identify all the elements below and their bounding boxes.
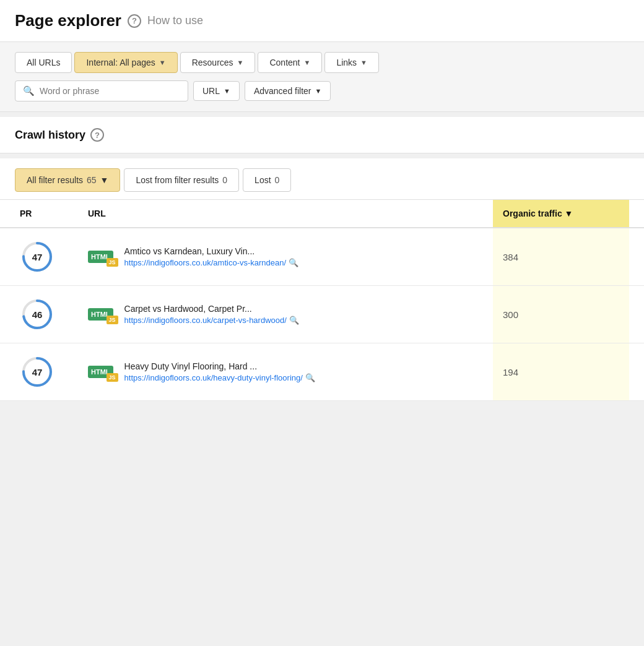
url-content: Heavy Duty Vinyl Flooring, Hard ... http…	[124, 361, 315, 382]
pr-cell: 47	[15, 343, 83, 400]
url-link[interactable]: https://indigofloors.co.uk/heavy-duty-vi…	[124, 373, 315, 382]
url-cell: HTML JS Carpet vs Hardwood, Carpet Pr...…	[83, 293, 493, 336]
result-tab-lost-from-filter[interactable]: Lost from filter results 0	[124, 168, 239, 192]
search-input[interactable]	[40, 86, 151, 96]
tab-resources[interactable]: Resources ▼	[180, 52, 256, 73]
url-cell: HTML JS Heavy Duty Vinyl Flooring, Hard …	[83, 350, 493, 394]
col-header-url: URL	[83, 200, 493, 227]
filter-tabs-row: All URLs Internal: All pages ▼ Resources…	[15, 52, 629, 73]
file-type-badge: HTML JS	[88, 308, 113, 321]
search-icon: 🔍	[23, 85, 35, 97]
page-name: Carpet vs Hardwood, Carpet Pr...	[124, 304, 299, 314]
organic-traffic-cell: 384	[493, 228, 629, 285]
file-type-badge: HTML JS	[88, 251, 113, 263]
pr-value: 47	[32, 367, 43, 377]
url-dropdown-btn[interactable]: URL ▼	[193, 81, 240, 101]
page-title: Page explorer	[15, 11, 121, 30]
tab-all-urls[interactable]: All URLs	[15, 52, 72, 73]
pr-circle: 47	[20, 355, 54, 389]
table-row: 46 HTML JS Carpet vs Hardwood, Carpet Pr…	[0, 286, 644, 343]
crawl-history-section: Crawl history ?	[0, 117, 644, 153]
col-header-organic-traffic[interactable]: Organic traffic ▼	[493, 200, 629, 227]
table-header: PR URL Organic traffic ▼	[0, 200, 644, 228]
search-row: 🔍 URL ▼ Advanced filter ▼	[15, 80, 629, 101]
pr-circle: 47	[20, 239, 54, 274]
result-tab-lost[interactable]: Lost 0	[243, 168, 291, 192]
chevron-down-icon: ▼	[304, 59, 311, 66]
tab-links[interactable]: Links ▼	[324, 52, 379, 73]
table-row: 47 HTML JS Amtico vs Karndean, Luxury Vi…	[0, 228, 644, 286]
crawl-history-help-icon[interactable]: ?	[90, 128, 104, 142]
search-url-icon[interactable]: 🔍	[289, 316, 299, 325]
url-content: Carpet vs Hardwood, Carpet Pr... https:/…	[124, 304, 299, 325]
results-section: All filter results 65 ▼ Lost from filter…	[0, 158, 644, 401]
chevron-down-icon: ▼	[237, 59, 244, 66]
organic-traffic-cell: 194	[493, 343, 629, 400]
url-content: Amtico vs Karndean, Luxury Vin... https:…	[124, 246, 299, 267]
url-link[interactable]: https://indigofloors.co.uk/carpet-vs-har…	[124, 316, 299, 325]
pr-cell: 47	[15, 228, 83, 285]
chevron-down-icon: ▼	[315, 87, 322, 95]
header: Page explorer ? How to use	[0, 0, 644, 42]
js-badge: JS	[107, 258, 118, 267]
crawl-history-title: Crawl history ?	[15, 128, 629, 142]
page-name: Amtico vs Karndean, Luxury Vin...	[124, 246, 299, 256]
url-cell: HTML JS Amtico vs Karndean, Luxury Vin..…	[83, 235, 493, 278]
filter-section: All URLs Internal: All pages ▼ Resources…	[0, 42, 644, 112]
how-to-use-link[interactable]: How to use	[147, 14, 203, 27]
result-tab-all-filter[interactable]: All filter results 65 ▼	[15, 168, 120, 192]
pr-circle: 46	[20, 297, 54, 332]
search-box: 🔍	[15, 80, 188, 101]
tab-content[interactable]: Content ▼	[258, 52, 322, 73]
search-url-icon[interactable]: 🔍	[289, 258, 298, 267]
organic-traffic-cell: 300	[493, 286, 629, 343]
results-tabs-row: All filter results 65 ▼ Lost from filter…	[0, 158, 644, 200]
url-link[interactable]: https://indigofloors.co.uk/amtico-vs-kar…	[124, 258, 299, 267]
pr-value: 47	[32, 252, 43, 262]
search-url-icon[interactable]: 🔍	[305, 373, 315, 382]
pr-cell: 46	[15, 286, 83, 343]
table-row: 47 HTML JS Heavy Duty Vinyl Flooring, Ha…	[0, 343, 644, 401]
col-header-pr: PR	[15, 200, 83, 227]
file-type-badge: HTML JS	[88, 366, 113, 378]
chevron-down-icon: ▼	[360, 59, 367, 66]
chevron-down-icon: ▼	[224, 87, 230, 95]
pr-value: 46	[32, 309, 43, 320]
tab-internal-all-pages[interactable]: Internal: All pages ▼	[74, 52, 177, 73]
js-badge: JS	[107, 316, 118, 324]
chevron-down-icon: ▼	[159, 59, 166, 66]
advanced-filter-btn[interactable]: Advanced filter ▼	[245, 81, 331, 101]
chevron-down-icon: ▼	[100, 175, 109, 185]
header-help-icon[interactable]: ?	[128, 14, 141, 28]
js-badge: JS	[107, 373, 118, 382]
page-name: Heavy Duty Vinyl Flooring, Hard ...	[124, 361, 315, 371]
table-body: 47 HTML JS Amtico vs Karndean, Luxury Vi…	[0, 228, 644, 401]
